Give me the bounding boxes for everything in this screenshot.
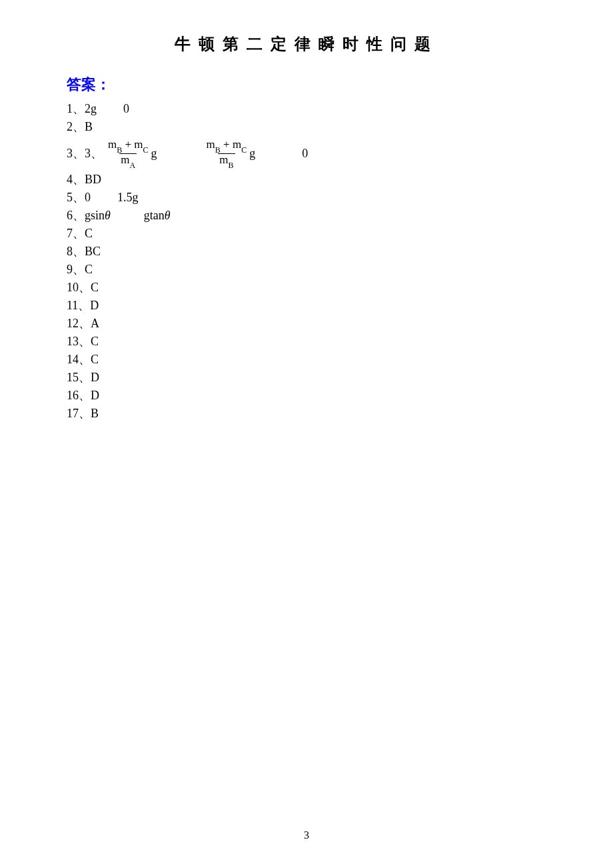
var-m: m [219,153,228,166]
answer-8: 8、BC [67,243,546,261]
answer-num: 6、 [67,209,85,222]
theta-symbol: θ [165,209,171,222]
answer-value: C [91,281,99,294]
var-m: m [134,138,143,151]
subscript: B [229,161,234,170]
answer-num: 4、 [67,173,85,186]
answer-value: A [91,317,99,330]
answer-value: 1.5g [117,191,139,204]
answer-17: 17、B [67,405,546,423]
answer-value: C [85,227,93,240]
answer-value: 2g [85,102,97,115]
fraction-numerator: mB + mC [107,139,150,153]
answer-value: C [85,263,93,276]
answer-value: 0 [85,191,91,204]
subscript: B [117,145,122,155]
var-m: m [108,138,117,151]
fraction-2: mB + mC mB [205,139,249,168]
answer-4: 4、BD [67,171,546,189]
subscript: A [130,161,136,170]
answer-num: 5、 [67,191,85,204]
var-g: g [151,147,157,161]
answer-value: D [91,389,99,402]
var-m: m [207,138,215,151]
answer-value: C [91,335,99,348]
answer-value: gsin [85,209,105,222]
var-m: m [121,153,129,166]
answer-num: 16、 [67,389,91,402]
answer-7: 7、C [67,225,546,243]
answer-num: 7、 [67,227,85,240]
answer-2: 2、B [67,118,546,136]
answer-num: 8、 [67,245,85,258]
subscript: C [143,145,149,155]
answer-value: B [91,407,99,420]
answer-9: 9、C [67,261,546,279]
answer-value: C [91,353,99,366]
answer-value: BC [85,245,101,258]
section-heading-answers: 答案： [67,75,546,95]
answer-num: 12、 [67,317,91,330]
answer-value: 0 [302,147,308,161]
answer-14: 14、C [67,351,546,369]
fraction-numerator: mB + mC [205,139,249,153]
answer-3: 3、 3、 mB + mC mA g mB + mC mB g 0 [67,139,546,168]
answer-16: 16、D [67,387,546,405]
answer-value: D [91,371,99,384]
answer-num: 17、 [67,407,91,420]
answer-num: 10、 [67,281,91,294]
answer-15: 15、D [67,369,546,387]
page-number: 3 [0,829,613,841]
answer-value: 0 [123,102,129,115]
fraction-denominator: mA [119,153,137,169]
answer-extra: 3、 [85,145,103,161]
answer-num: 2、 [67,120,85,133]
answer-6: 6、gsinθgtanθ [67,207,546,225]
answer-value: gtan [144,209,165,222]
subscript: B [215,145,221,155]
answer-num: 15、 [67,371,91,384]
fraction-1: mB + mC mA [107,139,150,168]
answer-num: 9、 [67,263,85,276]
answer-num: 14、 [67,353,91,366]
answer-value: B [85,120,93,133]
answer-10: 10、C [67,279,546,297]
plus-sign: + [221,138,233,151]
var-g: g [249,147,255,161]
theta-symbol: θ [105,209,111,222]
answer-5: 5、01.5g [67,189,546,207]
answer-num: 3、 [67,145,85,161]
answer-13: 13、C [67,333,546,351]
answer-12: 12、A [67,315,546,333]
fraction-denominator: mB [218,153,235,169]
answer-value: D [90,299,99,312]
answer-num: 13、 [67,335,91,348]
answer-1: 1、2g0 [67,100,546,118]
answer-num: 11、 [67,299,90,312]
answer-11: 11、D [67,297,546,315]
answer-num: 1、 [67,102,85,115]
document-title: 牛顿第二定律瞬时性问题 [67,33,546,55]
plus-sign: + [122,138,134,151]
answer-value: BD [85,173,101,186]
subscript: C [241,145,247,155]
var-m: m [233,138,241,151]
